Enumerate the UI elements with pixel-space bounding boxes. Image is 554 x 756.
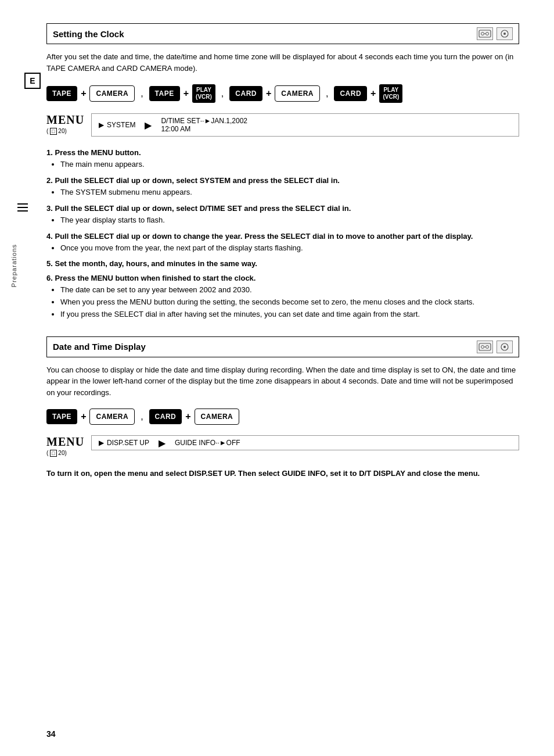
svg-point-1 — [481, 33, 484, 35]
side-label: Preparations — [10, 244, 17, 287]
step-3-bullets: The year display starts to flash. — [46, 215, 519, 226]
section2-header: Date and Time Display — [46, 336, 519, 357]
bullet: If you press the SELECT dial in after ha… — [60, 309, 519, 320]
step-1-title: 1. Press the MENU button. — [46, 148, 519, 157]
section2: Date and Time Display — [46, 336, 519, 479]
step-3: 3. Pull the SELECT dial up or down, sele… — [46, 204, 519, 226]
section2-title: Date and Time Display — [53, 342, 146, 352]
step-4: 4. Pull the SELECT dial up or down to ch… — [46, 232, 519, 254]
step-5: 5. Set the month, day, hours, and minute… — [46, 259, 519, 268]
bullet: The date can be set to any year between … — [60, 285, 519, 296]
menu-pgref-1: ( □ 20) — [46, 127, 84, 134]
section2-mode-row: TAPE + CAMERA , CARD + CAMERA — [46, 409, 519, 425]
tape-icon-2 — [479, 343, 491, 351]
tape-icon — [479, 30, 491, 38]
menu-dispsetup-col: DISP.SET UP — [92, 436, 156, 450]
svg-point-8 — [486, 345, 489, 348]
wrench-icon-2 — [500, 342, 509, 352]
wrench-icon — [500, 29, 509, 38]
section1-mode-row: TAPE + CAMERA , TAPE + PLAY(VCR) , CARD … — [46, 84, 519, 103]
svg-point-5 — [503, 33, 506, 35]
menu-arrow-divider-2 — [156, 436, 168, 450]
tape-icon-box-2 — [477, 341, 493, 353]
menu-screen-1: SYSTEM D/TIME SET··►JAN.1,2002 12:00 AM — [91, 113, 519, 137]
step-5-title: 5. Set the month, day, hours, and minute… — [46, 259, 519, 268]
section1-intro: After you set the date and time, the dat… — [46, 51, 519, 74]
section1-title: Setting the Clock — [53, 29, 124, 39]
play-vcr-btn-2: PLAY(VCR) — [379, 84, 402, 103]
menu-word-2: MENU — [46, 435, 84, 449]
menu-datetime-col: D/TIME SET··►JAN.1,2002 12:00 AM — [154, 114, 254, 136]
tape-btn-1: TAPE — [46, 86, 77, 101]
section2-conclusion: To turn it on, open the menu and select … — [46, 468, 519, 479]
svg-point-11 — [503, 346, 506, 348]
bullet: Once you move from the year, the next pa… — [60, 243, 519, 254]
section2-icons — [477, 341, 513, 353]
card-btn-1: CARD — [229, 86, 262, 101]
step-4-title: 4. Pull the SELECT dial up or down to ch… — [46, 232, 519, 241]
comma-4: , — [141, 411, 143, 422]
card-btn-3: CARD — [149, 409, 182, 424]
bullet: The SYSTEM submenu menu appears. — [60, 187, 519, 198]
menu-guideinfo-col: GUIDE INFO··►OFF — [168, 436, 247, 450]
play-vcr-btn-1: PLAY(VCR) — [192, 84, 215, 103]
svg-point-2 — [486, 33, 489, 35]
step-1-bullets: The main menu appears. — [46, 159, 519, 170]
step-6: 6. Press the MENU button when finished t… — [46, 274, 519, 320]
camera-btn-1: CAMERA — [89, 85, 135, 102]
plus-2: + — [184, 88, 189, 99]
menu-system-col: SYSTEM — [92, 114, 142, 136]
menu-screen-2: DISP.SET UP GUIDE INFO··►OFF — [91, 435, 519, 450]
plus-4: + — [370, 88, 376, 99]
comma-3: , — [326, 88, 328, 99]
section1-steps: 1. Press the MENU button. The main menu … — [46, 148, 519, 320]
menu-arrow-divider-1 — [142, 114, 154, 136]
card-btn-2: CARD — [334, 86, 367, 101]
plus-6: + — [185, 411, 190, 422]
camera-btn-3: CAMERA — [89, 409, 135, 425]
section1-menu-block: MENU ( □ 20) SYSTEM D/TIME SET··►JAN.1,2… — [46, 113, 519, 137]
page-number: 34 — [46, 729, 56, 739]
step-2-title: 2. Pull the SELECT dial up or down, sele… — [46, 176, 519, 185]
menu-pgref-2: ( □ 20) — [46, 449, 84, 456]
step-6-title: 6. Press the MENU button when finished t… — [46, 274, 519, 282]
comma-2: , — [221, 88, 224, 99]
step-4-bullets: Once you move from the year, the next pa… — [46, 243, 519, 254]
settings-icon-box-2 — [497, 341, 513, 353]
settings-icon-box — [497, 27, 513, 40]
bullet: The year display starts to flash. — [60, 215, 519, 226]
svg-point-7 — [481, 345, 484, 348]
step-2-bullets: The SYSTEM submenu menu appears. — [46, 187, 519, 198]
section2-intro: You can choose to display or hide the da… — [46, 364, 519, 399]
step-2: 2. Pull the SELECT dial up or down, sele… — [46, 176, 519, 198]
menu-label-block-2: MENU ( □ 20) — [46, 435, 84, 456]
camera-btn-2: CAMERA — [275, 85, 320, 102]
tape-icon-box — [477, 27, 493, 40]
step-3-title: 3. Pull the SELECT dial up or down, sele… — [46, 204, 519, 213]
tape-btn-3: TAPE — [46, 409, 77, 424]
section1-icons — [477, 27, 513, 40]
camera-btn-4: CAMERA — [195, 409, 240, 425]
menu-label-block-1: MENU ( □ 20) — [46, 113, 84, 134]
plus-3: + — [266, 88, 271, 99]
section1: Setting the Clock — [46, 23, 519, 320]
step-1: 1. Press the MENU button. The main menu … — [46, 148, 519, 170]
plus-5: + — [81, 411, 86, 422]
tape-btn-2: TAPE — [149, 86, 180, 101]
side-lines — [17, 203, 28, 212]
menu-word-1: MENU — [46, 113, 84, 127]
step-6-bullets: The date can be set to any year between … — [46, 285, 519, 320]
section1-header: Setting the Clock — [46, 23, 519, 44]
bullet: When you press the MENU button during th… — [60, 297, 519, 308]
bullet: The main menu appears. — [60, 159, 519, 170]
page-container: E Preparations Setting the Clock — [0, 0, 554, 756]
plus-1: + — [81, 88, 86, 99]
comma-1: , — [141, 88, 143, 99]
section2-menu-block: MENU ( □ 20) DISP.SET UP GUIDE INFO··►OF… — [46, 435, 519, 456]
e-marker: E — [24, 73, 41, 89]
